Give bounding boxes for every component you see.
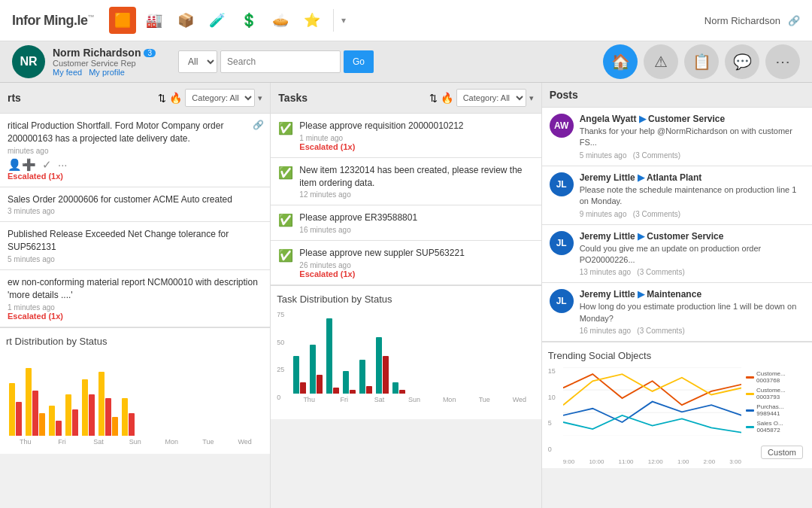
alert-item: Published Release Exceeded Net Change to… [0,222,270,270]
post-content: Jeremy Little ▶ Atlanta Plant Please not… [580,172,804,218]
more-icon[interactable]: ··· [58,158,68,171]
home-icon-button[interactable]: 🏠 [603,44,638,79]
nav-icon-chart[interactable]: 🥧 [267,7,294,34]
chart-label-mon: Mon [156,438,189,446]
alert-escalated: Escalated (1x) [8,172,262,181]
task-item: ✅ Please approve ER39588801 16 minutes a… [271,205,541,241]
alert-escalated: Escalated (1x) [8,312,262,321]
post-avatar: AW [550,114,574,138]
alert-item: ew non-conforming material report NCM000… [0,270,270,327]
search-input[interactable] [220,50,341,73]
app-logo: Infor Ming.le™ [12,13,94,29]
user-avatar: NR [12,45,45,78]
post-header: Angela Wyatt ▶ Customer Service [580,114,804,124]
alerts-category-select[interactable]: Category: All [185,89,255,107]
legend-color-sales [746,426,754,428]
chart-label: Fri [329,396,360,403]
alert-time: 5 minutes ago [8,255,262,263]
post-item: JL Jeremy Little ▶ Maintenance How long … [542,283,812,342]
post-text: Thanks for your help @NormRichardson on … [580,126,804,149]
tasks-col-tools: ⇅ 🔥 Category: All ▾ [429,89,534,107]
task-item: ✅ New item 1232014 has been created, ple… [271,158,541,206]
nav-icon-dollar[interactable]: 💲 [235,7,262,34]
main-layout: rts ⇅ 🔥 Category: All ▾ ritical Producti… [0,83,812,508]
task-check-icon: ✅ [278,166,293,199]
nav-icon-lab[interactable]: 🧪 [204,7,231,34]
legend-item: Custome... 0003768 [746,370,806,384]
alerts-category-chevron[interactable]: ▾ [258,93,262,103]
search-category-select[interactable]: All [178,50,217,73]
legend-color-custome1 [746,376,754,379]
legend-color-custome2 [746,393,754,395]
task-chart-title: Task Distribution by Status [277,294,535,305]
custom-badge[interactable]: Custom [761,446,803,459]
chart-label: Sun [398,396,430,403]
alerts-column: rts ⇅ 🔥 Category: All ▾ ritical Producti… [0,83,271,508]
top-navigation: Infor Ming.le™ 🟧 🏭 📦 🧪 💲 🥧 ⭐ ▾ Norm Rich… [0,0,812,41]
chart-label: Thu [293,396,325,403]
chart-label-thu: Thu [9,438,42,446]
share-icon[interactable]: 🔗 [788,15,800,26]
task-item: ✅ Please approve requisition 20000010212… [271,114,541,158]
task-content: Please approve new suppler SUP563221 26 … [299,247,533,278]
nav-icon-home[interactable]: 🟧 [109,7,136,34]
alert-text: Sales Order 20000606 for customer ACME A… [8,193,262,206]
post-text: Please note the schedule maintenance on … [580,184,804,208]
my-profile-link[interactable]: My profile [89,68,125,77]
messages-icon-button[interactable]: 💬 [725,44,759,79]
tasks-col-title: Tasks [278,92,308,104]
flame-filter-icon[interactable]: 🔥 [441,92,453,104]
alert-time: minutes ago [8,147,262,155]
post-arrow: ▶ [638,231,644,242]
social-chart-area: Trending Social Objects 15 10 5 0 [542,342,812,468]
sort-icon[interactable]: ⇅ [429,93,438,104]
posts-col-header: Posts [542,83,812,108]
post-header: Jeremy Little ▶ Maintenance [580,289,804,300]
task-text: Please approve new suppler SUP563221 [299,247,533,260]
nav-icon-factory[interactable]: 🏭 [141,7,168,34]
external-link-icon[interactable]: 🔗 [253,120,264,130]
sort-icon[interactable]: ⇅ [158,93,166,104]
tasks-category-chevron[interactable]: ▾ [529,93,534,103]
tasks-list: ✅ Please approve requisition 20000010212… [271,114,541,508]
tasks-icon-button[interactable]: 📋 [684,44,719,79]
post-text: Could you give me an update on productio… [580,243,804,266]
posts-list: AW Angela Wyatt ▶ Customer Service Thank… [542,108,812,508]
social-chart-title: Trending Social Objects [548,350,806,361]
task-text: New item 1232014 has been created, pleas… [299,164,533,190]
assign-icon[interactable]: 👤➕ [8,158,36,172]
alert-icon-button[interactable]: ⚠ [644,44,678,79]
post-meta: 13 minutes ago (3 Comments) [580,268,804,276]
task-chart-area: Task Distribution by Status 75 50 25 0 [271,285,541,419]
nav-icon-dropbox[interactable]: 📦 [172,7,199,34]
alert-text: ritical Production Shortfall. Ford Motor… [8,120,262,145]
nav-icon-star[interactable]: ⭐ [298,7,326,34]
legend-label: Sales O... 0045872 [756,420,806,433]
legend-label: Custome... 0003793 [756,387,806,400]
tasks-category-select[interactable]: Category: All [456,89,526,107]
alert-time: 3 minutes ago [8,207,262,215]
alerts-col-header: rts ⇅ 🔥 Category: All ▾ [0,83,270,114]
alert-chart-area: rt Distribution by Status [0,327,270,454]
legend-item: Custome... 0003793 [746,387,806,400]
post-item: JL Jeremy Little ▶ Customer Service Coul… [542,225,812,284]
user-notification-badge: 3 [144,49,156,57]
alerts-list: ritical Production Shortfall. Ford Motor… [0,114,270,508]
post-meta: 9 minutes ago (3 Comments) [580,210,804,218]
header-right-icons: 🏠 ⚠ 📋 💬 ⋯ [603,44,800,79]
approve-icon[interactable]: ✓ [42,158,52,172]
task-time: 12 minutes ago [299,190,533,199]
search-button[interactable]: Go [344,50,374,73]
more-icon-button[interactable]: ⋯ [765,44,800,79]
chart-label-wed: Wed [229,438,262,446]
nav-divider [333,9,334,32]
task-content: Please approve ER39588801 16 minutes ago [299,211,533,234]
task-content: New item 1232014 has been created, pleas… [299,164,533,199]
chart-label-tue: Tue [192,438,225,446]
my-feed-link[interactable]: My feed [53,68,82,77]
post-header: Jeremy Little ▶ Customer Service [580,231,804,242]
task-escalated: Escalated (1x) [299,269,533,278]
nav-more-chevron[interactable]: ▾ [341,15,346,26]
alert-item: Sales Order 20000606 for customer ACME A… [0,187,270,223]
flame-filter-icon[interactable]: 🔥 [169,92,182,104]
